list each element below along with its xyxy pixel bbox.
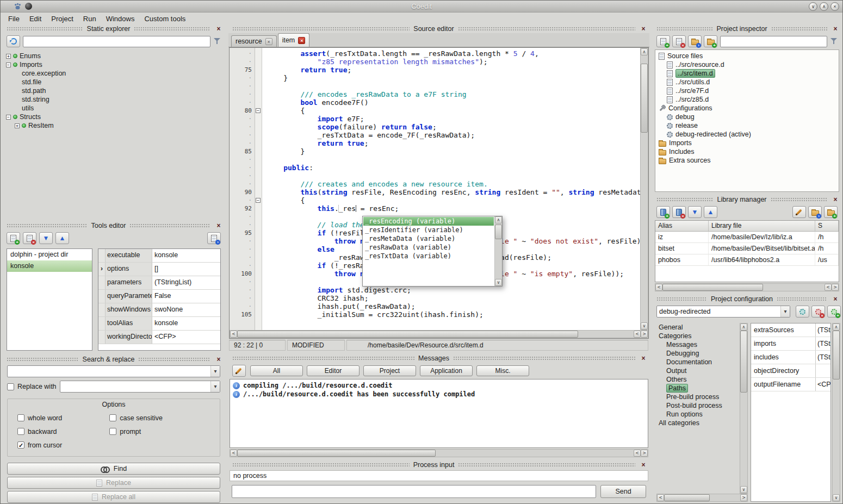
scroll-arrow-icon[interactable]: < [825, 284, 832, 291]
window-titlebar[interactable]: Coedit ∨ ∧ × [1, 1, 842, 13]
config-property-includes[interactable]: includes(TStringList) [751, 351, 830, 364]
checkbox-icon[interactable]: ✓ [17, 441, 24, 449]
code-text[interactable]: this._res = resEnc; [262, 204, 640, 213]
tool-item-konsole[interactable]: konsole [7, 260, 92, 272]
completion-item[interactable]: _resMetaData (variable) [363, 234, 494, 243]
code-text[interactable]: public: [262, 164, 640, 172]
replace-term-combo[interactable]: ▾ [60, 381, 220, 393]
panel-header[interactable]: Source editor × [228, 24, 649, 33]
inspector-item-debug[interactable]: debug [656, 113, 838, 121]
option-from-cursor[interactable]: ✓from cursor [17, 438, 109, 452]
scroll-arrow-icon[interactable]: ∧ [641, 48, 648, 55]
tab-item[interactable]: item× [278, 33, 310, 47]
tree-item-core-exception[interactable]: core.exception [4, 69, 224, 78]
collapse-icon[interactable]: − [6, 63, 11, 67]
tree-item-enums[interactable]: +Enums [4, 52, 224, 60]
close-panel-icon[interactable]: × [214, 222, 223, 229]
code-text[interactable]: _resTxtData = encode_7F(_resRawData); [262, 131, 640, 139]
panel-header[interactable]: Tools editor × [3, 221, 225, 230]
panel-header[interactable]: Library manager × [653, 195, 841, 204]
code-text[interactable]: ihash.put(_resRawData); [262, 302, 640, 310]
code-text[interactable]: return true; [262, 139, 640, 147]
config-property-extrasources[interactable]: extraSources(TStringList) [751, 323, 830, 337]
property-value[interactable]: swoNone [152, 303, 220, 316]
config-category-others[interactable]: Others [656, 375, 740, 384]
filter-project-button[interactable]: Project [363, 365, 416, 376]
remove-tool-button[interactable]: × [23, 232, 36, 244]
fold-collapse-icon[interactable]: − [256, 198, 261, 203]
edit-library-button[interactable] [792, 206, 806, 218]
code-text[interactable]: this(string resFile, ResEncoding resEnc,… [262, 188, 640, 196]
config-category-debugging[interactable]: Debugging [656, 349, 740, 358]
tree-item-std-file[interactable]: std.file [4, 78, 224, 86]
property-value[interactable]: <CFP> [152, 331, 220, 344]
code-text[interactable]: "z85 representation length mismatches"); [262, 58, 640, 66]
filter-misc-button[interactable]: Misc. [476, 365, 529, 376]
tree-item-resitem[interactable]: +ResItem [4, 121, 224, 130]
inspector-filter-input[interactable] [720, 36, 827, 47]
property-value[interactable]: konsole [152, 317, 220, 330]
scroll-thumb[interactable] [237, 331, 578, 338]
find-button[interactable]: Find [7, 463, 220, 475]
menu-run[interactable]: Run [78, 14, 101, 24]
tool-properties-grid[interactable]: executablekonsole›options[]parameters(TS… [98, 248, 221, 351]
column-header-alias[interactable]: Alias [655, 221, 709, 231]
column-header-library-file[interactable]: Library file [709, 221, 815, 231]
inspector-item-configurations[interactable]: Configurations [656, 104, 838, 113]
message-list[interactable]: icompiling /.../build/resource.d.coediti… [230, 379, 648, 448]
property-row-workingdirectory[interactable]: workingDirectory<CFP> [98, 331, 220, 344]
option-backward[interactable]: backward [17, 425, 109, 438]
property-value[interactable]: (TStringList) [815, 351, 830, 364]
replace-term-input[interactable] [60, 381, 210, 392]
completion-list[interactable]: _resEncoding (variable)_resIdentifier (v… [363, 216, 494, 286]
minimize-button[interactable]: ∨ [809, 2, 817, 11]
option-whole-word[interactable]: whole word [17, 411, 109, 425]
config-category-messages[interactable]: Messages [656, 340, 740, 349]
new-project-folder-button[interactable]: + [704, 35, 717, 47]
library-row-phobos[interactable]: phobos/usr/lib64/libphobos2.a/us [655, 254, 839, 266]
panel-header[interactable]: Project inspector × [653, 24, 841, 33]
code-text[interactable]: assert(_resTxtData.length == _resRawData… [262, 49, 640, 58]
config-category-output[interactable]: Output [656, 366, 740, 375]
code-text[interactable]: return true; [262, 66, 640, 74]
scroll-arrow-icon[interactable]: < [230, 450, 237, 457]
filter-icon[interactable] [213, 38, 221, 45]
scroll-arrow-icon[interactable]: ∨ [740, 486, 747, 493]
menu-edit[interactable]: Edit [24, 14, 46, 24]
code-text[interactable]: } [262, 147, 640, 155]
filter-all-button[interactable]: All [250, 365, 303, 376]
library-row-bitset[interactable]: bitset/home/basile/Dev/Bitset/lib/bitset… [655, 243, 839, 254]
close-window-button[interactable]: × [830, 2, 839, 11]
property-value[interactable]: (TStringList) [815, 323, 830, 337]
config-property-objectdirectory[interactable]: objectDirectory [751, 364, 830, 378]
code-text[interactable]: { [262, 107, 640, 115]
editor[interactable]: ·assert(_resTxtData.length == _resRawDat… [229, 47, 649, 339]
scroll-arrow-icon[interactable]: > [832, 284, 839, 291]
tab-close-icon[interactable]: × [298, 37, 305, 44]
property-row-toolalias[interactable]: toolAliaskonsole [98, 317, 220, 331]
editor-vscrollbar[interactable]: ∧∨ [640, 48, 648, 330]
tree-item-utils[interactable]: utils [4, 104, 224, 113]
scroll-arrow-icon[interactable]: ∧ [495, 216, 502, 223]
config-tree-hscrollbar[interactable]: <> [656, 494, 748, 502]
code-text[interactable] [262, 82, 640, 90]
inspector-item-src-z85-d[interactable]: ../src/z85.d [656, 95, 838, 104]
property-row-options[interactable]: ›options[] [98, 263, 220, 276]
checkbox-icon[interactable] [17, 428, 24, 435]
close-panel-icon[interactable]: × [214, 25, 223, 33]
remove-config-button[interactable]: × [811, 306, 825, 318]
checkbox-icon[interactable] [109, 428, 116, 435]
collapse-icon[interactable]: − [6, 115, 11, 120]
clear-messages-button[interactable] [232, 365, 246, 377]
clone-config-button[interactable] [796, 306, 809, 318]
property-value[interactable]: [] [152, 263, 220, 276]
property-value[interactable] [815, 364, 830, 377]
configuration-combo[interactable]: debug-redirected ▾ [656, 306, 790, 318]
scroll-arrow-icon[interactable]: ∧ [833, 323, 840, 331]
scroll-arrow-icon[interactable]: > [641, 450, 648, 457]
property-value[interactable]: <CPO> [815, 378, 830, 391]
search-term-input[interactable] [8, 366, 210, 377]
scroll-thumb[interactable] [664, 494, 710, 501]
editor-hscrollbar[interactable]: <<> [230, 330, 648, 338]
config-category-all-categories[interactable]: All categories [656, 419, 740, 427]
